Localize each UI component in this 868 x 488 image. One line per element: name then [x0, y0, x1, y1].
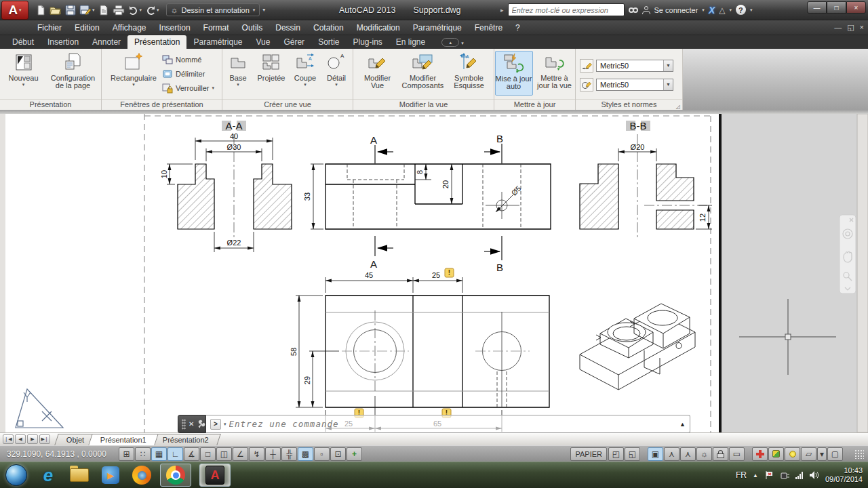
- update-view-button[interactable]: Mettre à jour la vue: [534, 51, 575, 89]
- close-icon[interactable]: ✕: [189, 420, 194, 428]
- volume-icon[interactable]: [809, 470, 819, 480]
- menu-outils[interactable]: Outils: [236, 21, 269, 35]
- annotation-warning-icon[interactable]: !: [445, 268, 454, 277]
- properties-toggle[interactable]: ▫: [314, 447, 330, 461]
- open-file-icon[interactable]: [50, 5, 62, 16]
- annotation-autoscale-icon[interactable]: ⋏: [680, 447, 696, 461]
- chevron-down-icon[interactable]: ▾: [729, 7, 732, 12]
- annotation-scale-icon[interactable]: [768, 447, 784, 461]
- command-line-grip[interactable]: ✕: [178, 415, 206, 433]
- doc-restore-button[interactable]: ◱: [847, 23, 854, 32]
- search-input[interactable]: [508, 3, 625, 16]
- menu-insertion[interactable]: Insertion: [153, 21, 197, 35]
- navigation-bar[interactable]: [840, 215, 856, 293]
- help-icon[interactable]: ?: [736, 5, 746, 15]
- command-history-icon[interactable]: ▲: [679, 421, 686, 428]
- drawing-canvas[interactable]: A-A 40 Ø30 10 Ø22: [0, 114, 868, 432]
- language-indicator[interactable]: FR: [736, 470, 747, 480]
- detail-view-button[interactable]: A Détail▾: [321, 51, 351, 87]
- command-input-area[interactable]: > ▾ ▲: [206, 415, 690, 433]
- transparency-toggle[interactable]: ╬: [281, 447, 297, 461]
- menu-fenetre[interactable]: Fenêtre: [469, 21, 509, 35]
- command-input[interactable]: [229, 419, 677, 429]
- prev-layout-button[interactable]: ◀: [15, 434, 26, 444]
- ribbon-minimize-button[interactable]: ▴: [441, 38, 459, 47]
- resize-grip[interactable]: [854, 449, 864, 459]
- action-center-flag-icon[interactable]: [764, 470, 774, 480]
- plot-preview-icon[interactable]: [98, 5, 109, 16]
- tab-vue[interactable]: Vue: [250, 35, 277, 49]
- menu-modification[interactable]: Modification: [351, 21, 406, 35]
- minimize-button[interactable]: —: [807, 1, 827, 14]
- redo-icon[interactable]: ▾: [145, 5, 159, 15]
- undo-icon[interactable]: ▾: [128, 5, 142, 15]
- infocenter-expand-icon[interactable]: ▸: [500, 7, 504, 14]
- chevron-down-icon[interactable]: ▾: [750, 7, 753, 12]
- tab-plugins[interactable]: Plug-ins: [346, 35, 389, 49]
- menu-edition[interactable]: Edition: [68, 21, 106, 35]
- section-view-button[interactable]: A Coupe▾: [290, 51, 320, 87]
- annotation-visibility-icon[interactable]: ⋏: [664, 447, 679, 461]
- chevron-down-icon[interactable]: ▾: [702, 7, 705, 12]
- page-setup-button[interactable]: Configuration de la page: [47, 51, 100, 89]
- edit-components-button[interactable]: Modifier Composants: [398, 51, 448, 89]
- clip-viewport-button[interactable]: Délimiter: [161, 66, 216, 81]
- grid-toggle[interactable]: ▦: [151, 447, 167, 461]
- tab-sortie[interactable]: Sortie: [311, 35, 346, 49]
- layout-space-icon[interactable]: ◱: [625, 447, 640, 461]
- qat-customize-button[interactable]: ▾: [262, 7, 265, 13]
- object-snap-tracking-toggle[interactable]: ∠: [233, 447, 248, 461]
- hardware-plus-icon[interactable]: [752, 447, 768, 461]
- chrome-taskbar-button[interactable]: [160, 464, 191, 487]
- menu-parametrique[interactable]: Paramétrique: [407, 21, 468, 35]
- tab-presentation1[interactable]: Présentation1: [89, 434, 159, 445]
- quick-properties-toggle[interactable]: ▩: [298, 447, 313, 461]
- save-as-icon[interactable]: ▾: [79, 5, 95, 16]
- viewport-maximize-icon[interactable]: ▣: [648, 447, 663, 461]
- chevron-down-icon[interactable]: ▾: [224, 422, 226, 426]
- drag-handle-icon[interactable]: [182, 419, 186, 430]
- projected-view-button[interactable]: Projetée: [254, 51, 289, 82]
- tab-debut[interactable]: Début: [5, 35, 41, 49]
- tab-presentation2[interactable]: Présentation2: [151, 434, 220, 445]
- print-icon[interactable]: [113, 5, 125, 16]
- dynamic-input-toggle[interactable]: ↯: [249, 447, 264, 461]
- tab-parametrique[interactable]: Paramétrique: [186, 35, 249, 49]
- menu-affichage[interactable]: Affichage: [106, 21, 153, 35]
- show-hidden-icons[interactable]: ▲: [753, 472, 758, 479]
- network-signal-icon[interactable]: [795, 472, 803, 479]
- named-viewport-button[interactable]: Nommé: [161, 52, 216, 66]
- edit-view-button[interactable]: Modifier Vue: [359, 51, 397, 89]
- application-menu-button[interactable]: A▾: [1, 1, 28, 20]
- new-layout-button[interactable]: Nouveau▾: [2, 51, 45, 87]
- menu-fichier[interactable]: Fichier: [31, 21, 68, 35]
- chevron-down-icon[interactable]: ▼: [663, 60, 673, 71]
- chevron-down-icon[interactable]: ▼: [663, 79, 673, 90]
- menu-format[interactable]: Format: [197, 21, 235, 35]
- paper-model-toggle[interactable]: PAPIER: [570, 447, 607, 461]
- lineweight-toggle[interactable]: ┼: [265, 447, 281, 461]
- command-line[interactable]: ✕ > ▾ ▲: [178, 415, 690, 433]
- tab-insertion[interactable]: Insertion: [41, 35, 85, 49]
- auto-update-button[interactable]: Mise à jour auto: [495, 51, 533, 96]
- menu-aide[interactable]: ?: [509, 21, 526, 35]
- gear-icon[interactable]: ☼: [696, 447, 712, 461]
- search-icon[interactable]: [629, 7, 638, 13]
- status-monitor-icon[interactable]: ▭: [729, 447, 745, 461]
- view-style-select[interactable]: Metric50▼: [596, 79, 673, 91]
- clock[interactable]: 10:43 09/07/2014: [825, 466, 863, 484]
- snap-toggle[interactable]: ⊞: [119, 447, 134, 461]
- signin-label[interactable]: Se connecter: [654, 6, 698, 14]
- maximize-button[interactable]: □: [827, 1, 846, 14]
- next-layout-button[interactable]: ▶: [27, 434, 38, 444]
- doc-minimize-button[interactable]: —: [834, 23, 842, 32]
- grid-dots-toggle[interactable]: ∷: [135, 447, 151, 461]
- close-button[interactable]: ×: [846, 1, 866, 14]
- new-file-icon[interactable]: [35, 5, 46, 16]
- start-button[interactable]: [5, 464, 27, 486]
- tab-presentation[interactable]: Présentation: [127, 35, 186, 49]
- menu-cotation[interactable]: Cotation: [307, 21, 350, 35]
- tab-gerer[interactable]: Gérer: [277, 35, 311, 49]
- doc-close-button[interactable]: ×: [860, 23, 864, 32]
- internet-explorer-icon[interactable]: e: [38, 465, 58, 485]
